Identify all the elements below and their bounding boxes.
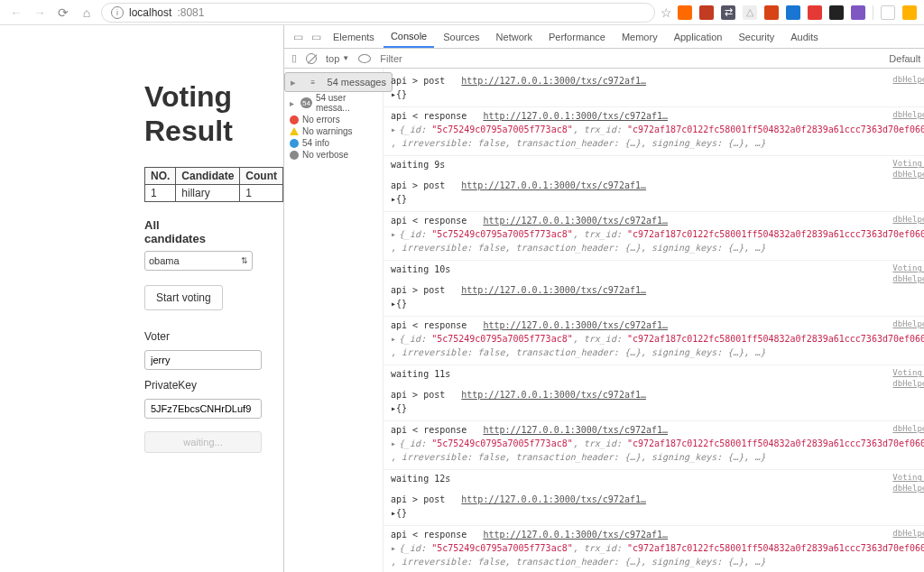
- privatekey-input[interactable]: [144, 399, 262, 419]
- source-link[interactable]: dbHelper.js?ec7d:54: [892, 483, 924, 495]
- sidebar-errors[interactable]: No errors: [290, 114, 377, 125]
- filter-input[interactable]: [380, 53, 434, 64]
- verbose-icon: [290, 151, 299, 160]
- chevron-updown-icon: ⇅: [241, 256, 248, 265]
- col-candidate: Candidate: [176, 167, 240, 184]
- voter-label: Voter: [144, 330, 283, 343]
- url-link[interactable]: http://127.0.0.1:3000/txs/c972af1…: [483, 216, 668, 226]
- sidebar-info[interactable]: 54 info: [290, 137, 377, 149]
- ext-icon-6[interactable]: [786, 5, 800, 20]
- console-entry: Voting.vue?25c2:121 dbHelper.js?ec7d:54 …: [383, 365, 924, 421]
- inspect-icon[interactable]: ▭: [290, 31, 306, 43]
- context-selector[interactable]: top ▼: [326, 53, 349, 64]
- source-link[interactable]: dbHelper.js?ec7d:59: [892, 318, 924, 331]
- devtools-panel: ▭ ▭ Elements Console Sources Network Per…: [283, 25, 924, 572]
- site-info-icon[interactable]: i: [111, 6, 124, 19]
- devtools-tabbar: ▭ ▭ Elements Console Sources Network Per…: [284, 25, 924, 49]
- url-link[interactable]: http://127.0.0.1:3000/txs/c972af1…: [483, 530, 668, 540]
- url-link[interactable]: http://127.0.0.1:3000/txs/c972af1…: [461, 76, 646, 86]
- sidebar-user-messages[interactable]: ▸ 54 54 user messa...: [290, 92, 377, 114]
- url-link[interactable]: http://127.0.0.1:3000/txs/c972af1…: [461, 390, 646, 400]
- console-sidebar: ▸≡ 54 messages ▸ 54 54 user messa... No …: [284, 69, 383, 572]
- source-link[interactable]: dbHelper.js?ec7d:59: [892, 109, 924, 122]
- ext-icon-10[interactable]: [881, 5, 895, 20]
- back-button[interactable]: ←: [7, 4, 25, 22]
- ext-icon-9[interactable]: [851, 5, 865, 20]
- tab-security[interactable]: Security: [731, 25, 781, 48]
- reload-button[interactable]: ⟳: [54, 4, 72, 22]
- waiting-button: waiting...: [144, 431, 262, 453]
- console-output[interactable]: dbHelper.js?ec7d:54 api > post http://12…: [383, 69, 924, 572]
- ext-icon-2[interactable]: [699, 5, 714, 20]
- ext-icon-4[interactable]: △: [743, 5, 757, 20]
- source-link[interactable]: dbHelper.js?ec7d:59: [892, 214, 924, 226]
- console-entry: dbHelper.js?ec7d:59 api < response http:…: [383, 526, 924, 572]
- source-link[interactable]: dbHelper.js?ec7d:54: [892, 273, 924, 286]
- console-entry: Voting.vue?25c2:121 dbHelper.js?ec7d:54 …: [383, 470, 924, 526]
- console-entry: dbHelper.js?ec7d:59 api < response http:…: [383, 421, 924, 470]
- user-count-badge: 54: [300, 97, 312, 108]
- page-content: Voting Result NO. Candidate Count 1 hill…: [0, 25, 283, 572]
- warning-icon: [290, 127, 299, 135]
- tab-memory[interactable]: Memory: [614, 25, 665, 48]
- start-voting-button[interactable]: Start voting: [144, 285, 223, 310]
- bookmark-star-icon[interactable]: ☆: [661, 5, 672, 20]
- tab-sources[interactable]: Sources: [436, 25, 486, 48]
- page-title: Voting Result: [144, 79, 283, 149]
- results-table: NO. Candidate Count 1 hillary 1: [144, 167, 283, 202]
- console-entry: dbHelper.js?ec7d:59 api < response http:…: [383, 212, 924, 261]
- url-host: localhost: [129, 6, 171, 19]
- url-link[interactable]: http://127.0.0.1:3000/txs/c972af1…: [483, 111, 668, 121]
- sidebar-warnings[interactable]: No warnings: [290, 125, 377, 137]
- source-link[interactable]: dbHelper.js?ec7d:54: [892, 74, 924, 87]
- cell-no: 1: [145, 184, 176, 201]
- ext-icon-7[interactable]: [808, 5, 822, 20]
- url-link[interactable]: http://127.0.0.1:3000/txs/c972af1…: [483, 320, 668, 330]
- select-value: obama: [149, 255, 180, 266]
- levels-selector[interactable]: Default levels ▼: [889, 53, 924, 64]
- all-candidates-label: All candidates: [144, 218, 217, 245]
- candidate-select[interactable]: obama ⇅: [144, 251, 253, 271]
- browser-toolbar: ← → ⟳ ⌂ i localhost:8081 ☆ ⇄ △: [0, 0, 924, 25]
- error-icon: [290, 115, 299, 125]
- cell-candidate: hillary: [176, 184, 240, 201]
- ext-icon-8[interactable]: [829, 5, 844, 20]
- address-bar[interactable]: i localhost:8081: [101, 3, 655, 23]
- source-link[interactable]: dbHelper.js?ec7d:54: [892, 378, 924, 391]
- tab-application[interactable]: Application: [667, 25, 730, 48]
- device-icon[interactable]: ▭: [308, 31, 324, 43]
- home-button[interactable]: ⌂: [78, 4, 96, 22]
- ext-icon-1[interactable]: [678, 5, 692, 20]
- tab-elements[interactable]: Elements: [326, 25, 382, 48]
- voter-input[interactable]: [144, 350, 262, 370]
- ext-icon-5[interactable]: [764, 5, 779, 20]
- url-link[interactable]: http://127.0.0.1:3000/txs/c972af1…: [483, 425, 668, 435]
- ext-icon-11[interactable]: [902, 5, 917, 20]
- url-link[interactable]: http://127.0.0.1:3000/txs/c972af1…: [461, 285, 646, 295]
- tab-network[interactable]: Network: [489, 25, 540, 48]
- table-header-row: NO. Candidate Count: [145, 167, 283, 184]
- live-expression-icon[interactable]: [358, 54, 371, 63]
- console-entry: Voting.vue?25c2:121 dbHelper.js?ec7d:54 …: [383, 261, 924, 317]
- forward-button[interactable]: →: [31, 4, 49, 22]
- clear-console-icon[interactable]: [306, 53, 317, 64]
- source-link[interactable]: dbHelper.js?ec7d:54: [892, 169, 924, 181]
- tab-audits[interactable]: Audits: [783, 25, 826, 48]
- tab-console[interactable]: Console: [383, 25, 434, 48]
- source-link[interactable]: dbHelper.js?ec7d:59: [892, 423, 924, 436]
- sidebar-toggle-icon[interactable]: ▯: [291, 52, 297, 64]
- privatekey-label: PrivateKey: [144, 379, 283, 392]
- tab-performance[interactable]: Performance: [541, 25, 613, 48]
- source-link[interactable]: dbHelper.js?ec7d:59: [892, 528, 924, 540]
- url-link[interactable]: http://127.0.0.1:3000/txs/c972af1…: [461, 180, 646, 190]
- sidebar-messages[interactable]: ▸≡ 54 messages: [284, 72, 393, 92]
- url-link[interactable]: http://127.0.0.1:3000/txs/c972af1…: [461, 494, 646, 504]
- extension-icons: ⇄ △: [678, 5, 917, 20]
- sidebar-verbose[interactable]: No verbose: [290, 149, 377, 161]
- console-entry: dbHelper.js?ec7d:59 api < response http:…: [383, 317, 924, 365]
- info-icon: [290, 139, 299, 148]
- ext-icon-3[interactable]: ⇄: [721, 5, 735, 20]
- console-filter-bar: ▯ top ▼ Default levels ▼ ⚙: [284, 49, 924, 69]
- console-entry: dbHelper.js?ec7d:59 api < response http:…: [383, 107, 924, 156]
- console-entry: Voting.vue?25c2:121 dbHelper.js?ec7d:54 …: [383, 156, 924, 212]
